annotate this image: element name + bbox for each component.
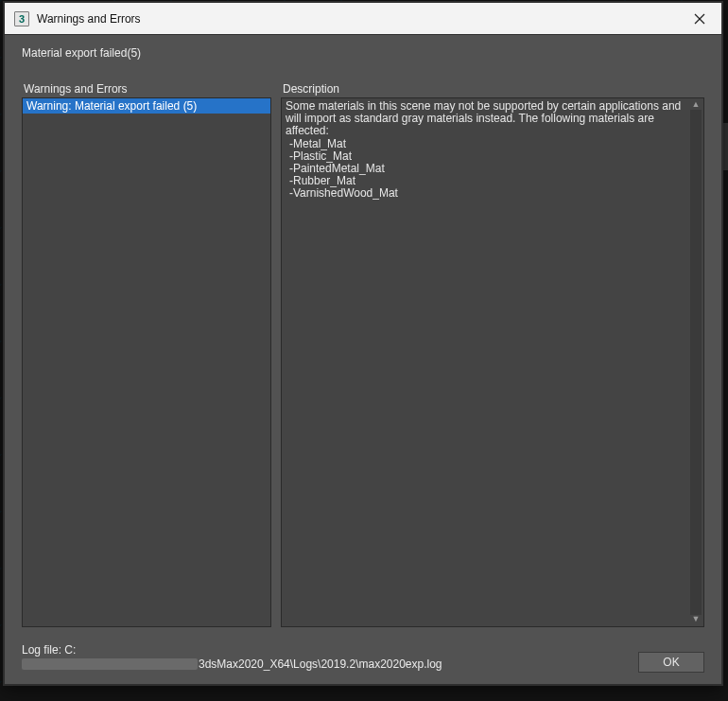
scroll-down-icon[interactable]: ▼	[690, 615, 702, 624]
titlebar: 3 Warnings and Errors	[5, 3, 721, 35]
warnings-errors-dialog: 3 Warnings and Errors Material export fa…	[4, 2, 722, 685]
affected-material-item: -Plastic_Mat	[286, 150, 688, 163]
log-path-redacted-segment	[22, 658, 198, 670]
close-button[interactable]	[678, 3, 721, 35]
description-pane: Description Some materials in this scene…	[281, 82, 704, 627]
dialog-footer: Log file: C: 3dsMax2020_X64\Logs\2019.2\…	[22, 640, 704, 673]
panes: Warnings and Errors Warning: Material ex…	[22, 82, 704, 627]
log-file-path: 3dsMax2020_X64\Logs\2019.2\max2020exp.lo…	[22, 657, 638, 671]
log-path-tail: 3dsMax2020_X64\Logs\2019.2\max2020exp.lo…	[199, 657, 442, 671]
log-area: Log file: C: 3dsMax2020_X64\Logs\2019.2\…	[22, 643, 638, 671]
description-scrollbar[interactable]: ▲ ▼	[690, 100, 702, 624]
dialog-body: Material export failed(5) Warnings and E…	[5, 35, 721, 684]
log-file-label: Log file: C:	[22, 643, 638, 657]
window-title: Warnings and Errors	[37, 12, 141, 26]
warnings-list-item[interactable]: Warning: Material export failed (5)	[23, 98, 270, 114]
ok-button[interactable]: OK	[638, 652, 704, 673]
close-icon	[694, 13, 705, 25]
affected-materials-list: -Metal_Mat-Plastic_Mat-PaintedMetal_Mat-…	[286, 138, 688, 201]
dialog-subtitle: Material export failed(5)	[22, 46, 704, 60]
app-icon: 3	[14, 11, 29, 26]
warnings-listbox[interactable]: Warning: Material export failed (5)	[22, 97, 271, 627]
affected-material-item: -Metal_Mat	[286, 138, 688, 150]
warnings-pane: Warnings and Errors Warning: Material ex…	[22, 82, 271, 627]
description-box[interactable]: Some materials in this scene may not be …	[281, 97, 704, 627]
scroll-up-icon[interactable]: ▲	[690, 100, 702, 110]
scroll-track[interactable]	[690, 110, 702, 615]
affected-material-item: -VarnishedWood_Mat	[286, 187, 688, 200]
description-intro: Some materials in this scene may not be …	[286, 100, 688, 138]
warnings-pane-label: Warnings and Errors	[22, 82, 271, 96]
description-pane-label: Description	[281, 82, 704, 96]
